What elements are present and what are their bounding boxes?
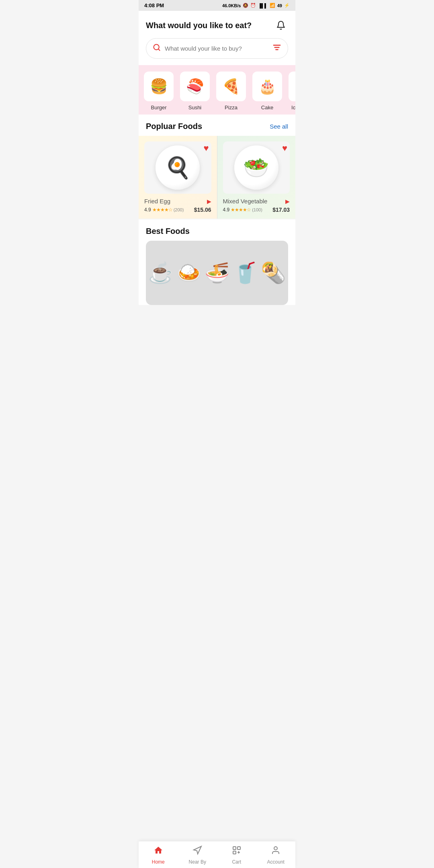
plate-fried-egg: 🍳 <box>156 145 200 190</box>
search-icon <box>153 43 161 53</box>
category-item-burger[interactable]: 🍔 Burger <box>143 72 175 111</box>
drink-icon: 🥤 <box>233 261 258 285</box>
filter-icon[interactable] <box>272 44 281 53</box>
best-foods-title: Best Foods <box>146 227 190 236</box>
favorite-button-mixed-veg[interactable]: ♥ <box>282 144 287 153</box>
food-price-fried-egg: $15.06 <box>194 207 211 213</box>
status-bar: 4:08 PM 46.0KB/s 🔕 ⏰ ▐▌▌ 📶 49 ⚡ <box>139 0 295 11</box>
food-image-wrap-mixed-veg: 🥗 ♥ <box>223 141 290 194</box>
wifi-icon: 📶 <box>270 3 275 8</box>
stars-mixed-veg: ★★★★☆ <box>231 207 251 213</box>
search-input[interactable] <box>165 45 268 52</box>
burger-icon: 🍔 <box>144 72 174 101</box>
status-time: 4:08 PM <box>144 2 164 8</box>
notification-bell-button[interactable] <box>274 18 288 33</box>
best-food-banner[interactable]: ☕ 🍛 🍜 🥤 🌯 <box>146 241 288 305</box>
category-label-sushi: Sushi <box>188 104 202 111</box>
food-image-mixed-veg: 🥗 <box>223 141 290 194</box>
food-name-mixed-veg: Mixed Vegetable ▶ <box>223 198 290 205</box>
location-arrow-mixed-veg[interactable]: ▶ <box>285 198 290 205</box>
search-section <box>139 38 295 65</box>
noodles-icon: 🍜 <box>205 261 229 285</box>
sushi-icon: 🍣 <box>180 72 210 101</box>
category-label-cake: Cake <box>261 104 273 111</box>
category-label-pizza: Pizza <box>225 104 237 111</box>
best-foods-section: Best Foods ☕ 🍛 🍜 🥤 🌯 <box>139 219 295 305</box>
food-price-mixed-veg: $17.03 <box>272 207 290 213</box>
food-rating-fried-egg: 4.9 ★★★★☆ (200) <box>144 207 184 213</box>
page-title: What would you like to eat? <box>146 21 274 30</box>
food-card-fried-egg[interactable]: 🍳 ♥ Fried Egg ▶ 4.9 ★★★★☆ (200) $15.06 <box>139 136 217 219</box>
category-label-burger: Burger <box>151 104 166 111</box>
header: What would you like to eat? <box>139 11 295 38</box>
food-meta-mixed-veg: 4.9 ★★★★☆ (100) $17.03 <box>223 207 290 213</box>
wrap-icon: 🌯 <box>261 261 286 285</box>
popular-foods-title: Popluar Foods <box>146 122 202 131</box>
coffee-icon: ☕ <box>148 261 173 285</box>
battery-level: 49 <box>277 3 282 8</box>
stars-fried-egg: ★★★★☆ <box>152 207 172 213</box>
category-item-cake[interactable]: 🎂 Cake <box>251 72 283 111</box>
see-all-popular-button[interactable]: See all <box>270 123 288 130</box>
food-meta-fried-egg: 4.9 ★★★★☆ (200) $15.06 <box>144 207 211 213</box>
category-section: 🍔 Burger 🍣 Sushi 🍕 Pizza 🎂 Cake 🍦 Ice Cr… <box>139 65 295 115</box>
alarm-icon: ⏰ <box>250 3 256 8</box>
popular-foods-grid: 🍳 ♥ Fried Egg ▶ 4.9 ★★★★☆ (200) $15.06 <box>139 136 295 219</box>
mute-icon: 🔕 <box>243 3 248 8</box>
popular-foods-header: Popluar Foods See all <box>139 115 295 136</box>
network-speed: 46.0KB/s <box>222 3 241 8</box>
plate-mixed-veg: 🥗 <box>234 145 278 190</box>
pizza-icon: 🍕 <box>216 72 246 101</box>
food-image-fried-egg: 🍳 <box>144 141 211 194</box>
category-label-icecream: Ice Cream <box>291 104 295 111</box>
food-image-wrap-fried-egg: 🍳 ♥ <box>144 141 211 194</box>
food-name-fried-egg: Fried Egg ▶ <box>144 198 211 205</box>
cake-icon: 🎂 <box>252 72 282 101</box>
favorite-button-fried-egg[interactable]: ♥ <box>203 144 209 153</box>
best-food-banner-inner: ☕ 🍛 🍜 🥤 🌯 <box>146 257 288 289</box>
best-foods-header: Best Foods <box>139 219 295 241</box>
food-rating-mixed-veg: 4.9 ★★★★☆ (100) <box>223 207 262 213</box>
curry-icon: 🍛 <box>176 261 201 285</box>
category-item-pizza[interactable]: 🍕 Pizza <box>215 72 247 111</box>
food-card-mixed-vegetable[interactable]: 🥗 ♥ Mixed Vegetable ▶ 4.9 ★★★★☆ (100) $1… <box>217 136 296 219</box>
svg-line-1 <box>158 49 160 51</box>
battery-icon: ⚡ <box>284 3 290 8</box>
status-right: 46.0KB/s 🔕 ⏰ ▐▌▌ 📶 49 ⚡ <box>222 3 290 8</box>
category-item-sushi[interactable]: 🍣 Sushi <box>179 72 211 111</box>
search-bar <box>146 38 288 59</box>
category-item-icecream[interactable]: 🍦 Ice Cream <box>287 72 295 111</box>
icecream-icon: 🍦 <box>289 72 295 101</box>
location-arrow-fried-egg[interactable]: ▶ <box>207 198 211 205</box>
signal-icon: ▐▌▌ <box>258 3 267 8</box>
